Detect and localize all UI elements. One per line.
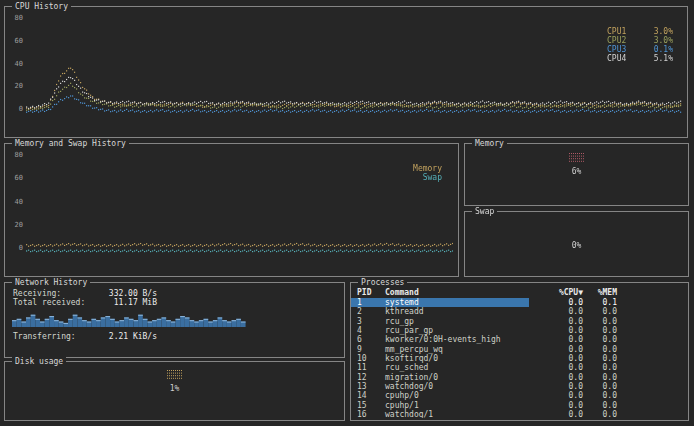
process-row[interactable]: 6kworker/0:0H-events_high0.00.0 [351,335,688,344]
process-cell-cmd: watchdog/0 [385,382,533,391]
cpu-history-chart [26,16,682,114]
process-cell-cmd: migration/0 [385,373,533,382]
process-row[interactable]: 2kthreadd0.00.0 [351,307,688,316]
process-cell-cmd: watchdog/1 [385,410,533,418]
process-cell-mem: 0.0 [583,335,617,344]
net-receiving-label: Receiving: [13,289,61,298]
process-cell-cpu: 0.0 [533,298,583,307]
cpu-y-axis: 806040200 [8,15,23,113]
cpu-legend-item: CPU30.1% [607,45,673,54]
process-cell-mem: 0.0 [583,401,617,410]
y-tick-label: 40 [15,199,23,206]
net-total-received-row: Total received: 11.17 MiB [13,298,157,307]
process-row[interactable]: 16watchdog/10.00.0 [351,410,688,418]
process-cell-cmd: mm_percpu_wq [385,345,533,354]
process-row[interactable]: 14cpuhp/00.00.0 [351,391,688,400]
y-tick-label: 20 [15,222,23,229]
process-row[interactable]: 12migration/00.00.0 [351,373,688,382]
net-total-received-label: Total received: [13,298,85,307]
memswap-legend-item: Memory [398,164,442,173]
process-cell-cpu: 0.0 [533,391,583,400]
process-cell-pid: 11 [357,363,385,372]
process-header-mem[interactable]: %MEM [583,288,617,297]
process-cell-cpu: 0.0 [533,401,583,410]
process-cell-mem: 0.0 [583,354,617,363]
process-cell-cmd: ksoftirqd/0 [385,354,533,363]
disk-percent: 1% [170,384,180,393]
process-cell-cpu: 0.0 [533,335,583,344]
system-monitor-screen: CPU History 806040200 CPU13.0%CPU23.0%CP… [0,0,694,426]
swap-panel: Swap 0% [464,211,689,277]
process-cell-mem: 0.0 [583,373,617,382]
y-tick-label: 40 [15,61,23,68]
process-cell-mem: 0.0 [583,326,617,335]
process-cell-pid: 15 [357,401,385,410]
process-cell-mem: 0.0 [583,391,617,400]
process-row[interactable]: 3rcu_gp0.00.0 [351,317,688,326]
process-cell-mem: 0.0 [583,345,617,354]
process-row[interactable]: 10ksoftirqd/00.00.0 [351,354,688,363]
process-row[interactable]: 1systemd0.00.1 [351,298,688,307]
network-history-chart [12,310,339,327]
process-row[interactable]: 4rcu_par_gp0.00.0 [351,326,688,335]
process-table-header: PIDCommand%CPU▼%MEM [351,288,688,297]
process-cell-cpu: 0.0 [533,307,583,316]
process-cell-pid: 14 [357,391,385,400]
y-tick-label: 60 [15,175,23,182]
process-row[interactable]: 9mm_percpu_wq0.00.0 [351,345,688,354]
cpu-history-panel: CPU History 806040200 CPU13.0%CPU23.0%CP… [4,6,688,138]
net-receiving-value: 332.00 B/s [109,289,157,298]
process-row[interactable]: 15cpuhp/10.00.0 [351,401,688,410]
process-row[interactable]: 13watchdog/00.00.0 [351,382,688,391]
swap-usage: 0% [465,212,688,276]
process-cell-cmd: systemd [385,298,533,307]
process-cell-cpu: 0.0 [533,410,583,418]
process-cell-cmd: rcu_sched [385,363,533,372]
process-cell-cpu: 0.0 [533,363,583,372]
net-total-received-value: 11.17 MiB [114,298,157,307]
net-transferring-value: 2.21 KiB/s [109,332,157,341]
process-cell-cmd: kthreadd [385,307,533,316]
net-transferring-row: Transferring: 2.21 KiB/s [13,332,157,341]
process-cell-cmd: rcu_gp [385,317,533,326]
process-cell-pid: 4 [357,326,385,335]
process-cell-cmd: rcu_par_gp [385,326,533,335]
process-cell-mem: 0.0 [583,363,617,372]
process-cell-cpu: 0.0 [533,326,583,335]
process-cell-pid: 13 [357,382,385,391]
y-tick-label: 60 [15,38,23,45]
process-cell-mem: 0.0 [583,382,617,391]
process-cell-cpu: 0.0 [533,373,583,382]
process-row[interactable]: 11rcu_sched0.00.0 [351,363,688,372]
process-cell-pid: 1 [357,298,385,307]
process-cell-pid: 16 [357,410,385,418]
y-tick-label: 80 [15,152,23,159]
process-header-cmd[interactable]: Command [385,288,533,297]
net-transferring-label: Transferring: [13,332,76,341]
memory-percent: 6% [572,167,582,176]
cpu-legend-item: CPU13.0% [607,27,673,36]
process-cell-mem: 0.1 [583,298,617,307]
memory-swap-legend: MemorySwap [398,164,442,182]
process-cell-mem: 0.0 [583,410,617,418]
memory-usage: 6% [465,144,688,205]
process-cell-pid: 10 [357,354,385,363]
process-cell-cmd: cpuhp/1 [385,401,533,410]
process-cell-cmd: cpuhp/0 [385,391,533,400]
process-cell-pid: 3 [357,317,385,326]
y-tick-label: 80 [15,15,23,22]
memory-swap-history-title: Memory and Swap History [12,139,129,148]
process-cell-pid: 6 [357,335,385,344]
process-cell-mem: 0.0 [583,317,617,326]
memory-panel: Memory 6% [464,143,689,206]
process-header-cpu[interactable]: %CPU▼ [533,288,583,297]
process-cell-cpu: 0.0 [533,317,583,326]
process-cell-pid: 12 [357,373,385,382]
process-cell-pid: 2 [357,307,385,316]
process-cell-mem: 0.0 [583,307,617,316]
disk-usage-panel: Disk usage 1% [4,361,345,421]
network-history-panel: Network History Receiving: 332.00 B/s To… [4,282,345,358]
process-header-pid[interactable]: PID [357,288,385,297]
memswap-y-axis: 806040200 [8,152,23,252]
y-tick-label: 0 [19,245,23,252]
